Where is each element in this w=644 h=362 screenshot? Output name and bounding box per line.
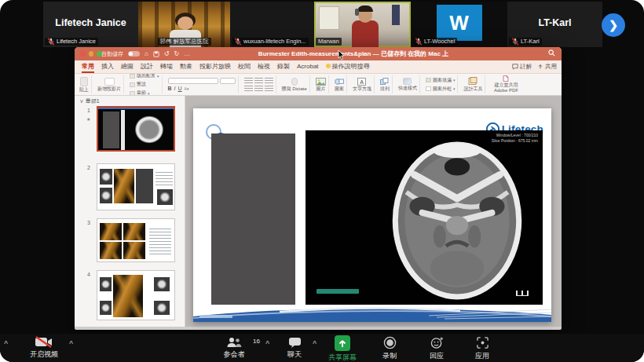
tab-design[interactable]: 設計 (141, 60, 153, 73)
font-color-dropdown[interactable]: A▾ (185, 86, 189, 91)
tab-acrobat[interactable]: Acrobat (297, 60, 319, 73)
insert-textbox-button[interactable]: A 文字方塊 (350, 75, 375, 93)
slide-thumbnail-1-selected[interactable] (97, 106, 175, 152)
home-icon[interactable]: ⌂ (145, 50, 148, 57)
record-icon (383, 336, 397, 349)
reactions-smiley-icon (430, 336, 444, 349)
close-window-button[interactable] (80, 51, 86, 57)
arrange-button[interactable]: 排列 (378, 75, 393, 93)
italic-button[interactable]: I (174, 86, 176, 91)
participant-tile-lifetech-janice[interactable]: Lifetech Janice Lifetech Janice (43, 2, 138, 47)
reset-button[interactable]: 重設 (130, 81, 159, 88)
dictate-button[interactable]: 聽寫 Dictate (280, 75, 310, 93)
apps-button[interactable]: 应用 (468, 336, 496, 361)
insert-picture-button[interactable]: 圖片 (313, 75, 329, 93)
bullet-list-button[interactable] (244, 78, 253, 84)
participants-button[interactable]: 参会者 (214, 337, 254, 360)
font-group: B I U A▾ (166, 75, 239, 93)
video-thumbnail-strip: Lifetech Janice Lifetech Janice 郭伟 解放军总医… (0, 0, 644, 47)
lightbulb-icon (326, 64, 331, 68)
participants-options-chevron[interactable]: ^ (265, 339, 269, 347)
paragraph-group (242, 75, 276, 93)
bold-button[interactable]: B (168, 86, 172, 91)
participant-tile-guowei[interactable]: 郭伟 解放军总医院 (138, 2, 230, 47)
redo-icon[interactable]: ↻ (174, 50, 180, 57)
section-header[interactable]: ∨ 章節1 (79, 97, 100, 105)
tab-slideshow[interactable]: 投影片放映 (199, 60, 231, 73)
designer-button[interactable]: 設計工具 (461, 75, 485, 93)
chat-options-chevron[interactable]: ^ (313, 339, 317, 347)
comments-button[interactable]: 註解 (512, 63, 532, 71)
indent-button[interactable] (265, 78, 273, 84)
tab-animations[interactable]: 動畫 (180, 60, 192, 73)
reactions-button[interactable]: 回应 (423, 336, 451, 361)
more-commands-icon[interactable]: … (184, 50, 190, 57)
section-button[interactable]: 章節▾ (130, 90, 159, 96)
font-size-box[interactable] (220, 78, 236, 84)
paste-button[interactable]: 貼上 (77, 75, 92, 93)
avatar: W (437, 5, 482, 41)
ppt-titlebar[interactable]: 自動儲存 ⌂ ↺ ↻ … Burmester Edith-measurement… (75, 47, 562, 60)
arrange-icon (380, 78, 389, 86)
comment-icon (512, 64, 518, 70)
audio-options-chevron[interactable]: ^ (4, 339, 8, 347)
tab-record[interactable]: 錄製 (277, 60, 290, 73)
participant-tile-karl[interactable]: LT-Karl LT-Karl (507, 2, 602, 47)
participant-name-label: 郭伟 解放军总医院 (157, 38, 210, 46)
tab-review[interactable]: 校閱 (238, 60, 251, 73)
insert-shape-button[interactable]: 圖案 (332, 75, 347, 93)
participant-tile-woochel[interactable]: W LT-Woochel (411, 2, 507, 47)
tab-draw[interactable]: 繪圖 (121, 60, 134, 73)
share-screen-button[interactable]: 共享屏幕 (320, 335, 364, 362)
chat-icon (288, 337, 302, 348)
align-left-button[interactable] (244, 86, 253, 92)
slide-editing-area: Lifetech Window/Level : 700/210 Slice Po… (185, 96, 562, 327)
textbox-icon: A (357, 78, 366, 86)
participant-name-label: LT-Karl (509, 38, 542, 46)
new-slide-button[interactable]: 新增投影片 (95, 75, 124, 93)
search-icon[interactable] (548, 49, 555, 57)
underline-button[interactable]: U (178, 86, 182, 91)
record-button[interactable]: 录制 (375, 336, 404, 361)
start-video-button[interactable]: 开启视频 (22, 336, 66, 360)
share-document-button[interactable]: 共用 (537, 63, 557, 71)
tab-transitions[interactable]: 轉場 (160, 60, 173, 73)
participant-tile-wuxuan[interactable]: wuxuan-lifetech Engin... (230, 2, 314, 47)
align-center-button[interactable] (254, 86, 263, 92)
apps-icon (476, 336, 489, 349)
slide-canvas[interactable]: Lifetech Window/Level : 700/210 Slice Po… (193, 108, 551, 322)
macos-window-controls[interactable] (80, 51, 102, 57)
tab-home[interactable]: 常用 (82, 60, 94, 73)
quick-styles-button[interactable]: 快速樣式 (396, 75, 420, 93)
undo-icon[interactable]: ↺ (164, 50, 170, 57)
participant-name-label: Lifetech Janice (45, 38, 98, 46)
autosave-label: 自動儲存 (101, 50, 123, 58)
layout-button[interactable]: 版面配置▾ (130, 74, 159, 79)
numbered-list-button[interactable] (254, 78, 263, 84)
shape-outline-button[interactable]: 圖案外框▾ (426, 86, 456, 93)
align-right-button[interactable] (265, 86, 273, 92)
chat-button[interactable]: 聊天 (281, 337, 308, 360)
slide-thumbnail-2[interactable] (97, 163, 175, 210)
zoom-meeting-window: Lifetech Janice Lifetech Janice 郭伟 解放军总医… (0, 0, 644, 362)
video-options-chevron[interactable]: ^ (69, 339, 73, 347)
participants-count: 16 (253, 338, 260, 345)
measurement-annotation (317, 289, 359, 294)
font-name-box[interactable] (168, 78, 218, 84)
tab-view[interactable]: 檢視 (258, 60, 270, 73)
adobe-pdf-button[interactable]: 建立並共用 Adobe PDF (488, 75, 523, 93)
slide-thumbnail-3[interactable] (97, 218, 175, 262)
slide-number: 3 (87, 220, 90, 225)
shape-fill-button[interactable]: 圖案填滿▾ (426, 77, 456, 84)
share-arrow-icon (537, 64, 543, 70)
tab-tell-me[interactable]: 操作說明搜尋 (326, 60, 370, 73)
next-participants-page-button[interactable]: ❯ (602, 13, 625, 37)
camera-off-icon (35, 336, 53, 348)
participant-tile-marwan-active-speaker[interactable]: Marwan (314, 2, 411, 47)
save-icon[interactable] (153, 51, 159, 57)
autosave-toggle[interactable] (128, 51, 140, 57)
participant-name-label: Marwan (316, 38, 342, 46)
slide-thumbnail-4[interactable] (97, 270, 175, 320)
tab-insert[interactable]: 插入 (101, 60, 114, 73)
minimize-window-button[interactable] (89, 51, 94, 57)
